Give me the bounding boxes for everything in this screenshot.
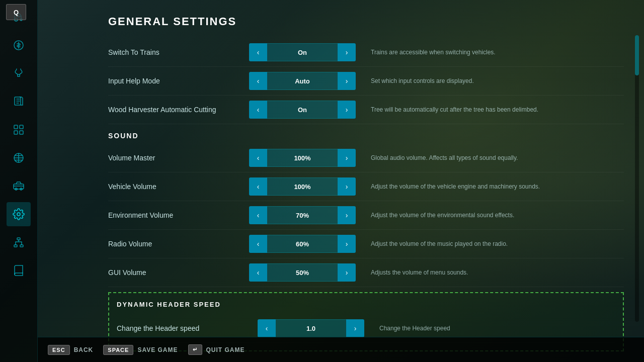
sidebar-item-map[interactable]: [7, 146, 31, 170]
volume-master-description: Global audio volume. Affects all types o…: [371, 154, 624, 161]
input-help-mode-next-button[interactable]: ›: [338, 72, 356, 90]
setting-control-wood-harvester: ‹ On ›: [249, 101, 356, 119]
save-game-button[interactable]: SPACE SAVE GAME: [103, 345, 178, 355]
radio-volume-next-button[interactable]: ›: [338, 235, 356, 253]
setting-control-switch-to-trains: ‹ On ›: [249, 43, 356, 61]
vehicle-volume-next-button[interactable]: ›: [338, 177, 356, 196]
gui-volume-next-button[interactable]: ›: [338, 263, 356, 282]
input-help-mode-description: Set which input controls are displayed.: [371, 77, 624, 84]
main-content: GENERAL SETTINGS Switch To Trains ‹ On ›…: [38, 0, 644, 362]
setting-row-environment-volume: Environment Volume ‹ 70% › Adjust the vo…: [108, 201, 624, 230]
header-speed-next-button[interactable]: ›: [346, 319, 364, 337]
setting-label-radio-volume: Radio Volume: [108, 240, 249, 248]
sidebar-item-help[interactable]: [7, 258, 31, 283]
svg-point-12: [17, 213, 20, 216]
setting-control-gui-volume: ‹ 50% ›: [249, 263, 356, 282]
back-label: BACK: [74, 346, 94, 353]
sidebar-item-production[interactable]: [7, 118, 31, 142]
header-speed-value: 1.0: [276, 319, 346, 337]
setting-label-vehicle-volume: Vehicle Volume: [108, 183, 249, 191]
setting-row-switch-to-trains: Switch To Trains ‹ On › Trains are acces…: [108, 38, 624, 67]
setting-row-vehicle-volume: Vehicle Volume ‹ 100% › Adjust the volum…: [108, 172, 624, 201]
svg-rect-4: [14, 125, 18, 129]
switch-to-trains-next-button[interactable]: ›: [338, 43, 356, 61]
dynamic-section-title: DYNAMIC HEADER SPEED: [117, 301, 615, 308]
setting-row-volume-master: Volume Master ‹ 100% › Global audio volu…: [108, 144, 624, 172]
environment-volume-prev-button[interactable]: ‹: [249, 206, 267, 224]
setting-control-vehicle-volume: ‹ 100% ›: [249, 177, 356, 196]
setting-row-input-help-mode: Input Help Mode ‹ Auto › Set which input…: [108, 67, 624, 96]
bottom-bar: ESC BACK SPACE SAVE GAME ↵ QUIT GAME: [38, 337, 644, 362]
sidebar-item-settings[interactable]: [7, 202, 31, 226]
header-speed-description: Change the Header speed: [379, 325, 615, 332]
setting-row-radio-volume: Radio Volume ‹ 60% › Adjust the volume o…: [108, 230, 624, 258]
switch-to-trains-value: On: [267, 43, 338, 61]
vehicle-volume-description: Adjust the volume of the vehicle engine …: [371, 183, 624, 190]
wood-harvester-value: On: [267, 101, 338, 119]
setting-control-input-help-mode: ‹ Auto ›: [249, 72, 356, 90]
gui-volume-value: 50%: [267, 263, 338, 282]
setting-label-input-help-mode: Input Help Mode: [108, 77, 249, 85]
setting-label-volume-master: Volume Master: [108, 154, 249, 162]
svg-rect-7: [20, 131, 23, 134]
gui-volume-description: Adjusts the volume of menu sounds.: [371, 269, 624, 276]
vehicle-volume-prev-button[interactable]: ‹: [249, 177, 267, 196]
radio-volume-prev-button[interactable]: ‹: [249, 235, 267, 253]
settings-list: Switch To Trains ‹ On › Trains are acces…: [108, 38, 624, 351]
sidebar-item-contracts[interactable]: [7, 89, 31, 114]
volume-master-prev-button[interactable]: ‹: [249, 149, 267, 167]
switch-to-trains-prev-button[interactable]: ‹: [249, 43, 267, 61]
setting-control-header-speed: ‹ 1.0 ›: [258, 319, 364, 337]
svg-rect-5: [20, 125, 23, 129]
radio-volume-description: Adjust the volume of the music played on…: [371, 240, 624, 247]
setting-label-environment-volume: Environment Volume: [108, 211, 249, 219]
environment-volume-description: Adjust the volume of the environmental s…: [371, 212, 624, 219]
save-label: SAVE GAME: [137, 346, 178, 353]
setting-label-wood-harvester: Wood Harvester Automatic Cutting: [108, 106, 249, 114]
quit-label: QUIT GAME: [206, 346, 245, 353]
page-title: GENERAL SETTINGS: [108, 15, 624, 28]
sidebar: [0, 0, 38, 362]
wood-harvester-prev-button[interactable]: ‹: [249, 101, 267, 119]
input-help-mode-value: Auto: [267, 72, 338, 90]
back-key-badge: ESC: [48, 345, 70, 355]
volume-master-value: 100%: [267, 149, 338, 167]
radio-volume-value: 60%: [267, 235, 338, 253]
scrollbar-thumb[interactable]: [635, 35, 639, 75]
sidebar-item-network[interactable]: [7, 230, 31, 254]
environment-volume-next-button[interactable]: ›: [338, 206, 356, 224]
switch-to-trains-description: Trains are accessible when switching veh…: [371, 49, 624, 56]
setting-label-switch-to-trains: Switch To Trains: [108, 48, 249, 56]
setting-row-wood-harvester: Wood Harvester Automatic Cutting ‹ On › …: [108, 96, 624, 124]
setting-label-header-speed: Change the Header speed: [117, 324, 258, 332]
sidebar-item-finance[interactable]: [7, 33, 31, 57]
setting-control-radio-volume: ‹ 60% ›: [249, 235, 356, 253]
setting-control-volume-master: ‹ 100% ›: [249, 149, 356, 167]
back-button[interactable]: ESC BACK: [48, 345, 93, 355]
save-key-badge: SPACE: [103, 345, 133, 355]
sound-section-header: SOUND: [108, 124, 624, 144]
setting-control-environment-volume: ‹ 70% ›: [249, 206, 356, 224]
scrollbar-track[interactable]: [635, 35, 639, 322]
quit-key-badge: ↵: [188, 344, 202, 355]
gui-volume-prev-button[interactable]: ‹: [249, 263, 267, 282]
svg-rect-6: [14, 131, 18, 134]
header-speed-prev-button[interactable]: ‹: [258, 319, 276, 337]
setting-label-gui-volume: GUI Volume: [108, 268, 249, 277]
environment-volume-value: 70%: [267, 206, 338, 224]
sidebar-item-vehicles[interactable]: [7, 174, 31, 198]
vehicle-volume-value: 100%: [267, 177, 338, 196]
q-button[interactable]: Q: [6, 4, 26, 20]
volume-master-next-button[interactable]: ›: [338, 149, 356, 167]
wood-harvester-description: Tree will be automatically cut after the…: [371, 106, 624, 113]
quit-game-button[interactable]: ↵ QUIT GAME: [188, 344, 245, 355]
input-help-mode-prev-button[interactable]: ‹: [249, 72, 267, 90]
sidebar-item-animals[interactable]: [7, 61, 31, 85]
setting-row-gui-volume: GUI Volume ‹ 50% › Adjusts the volume of…: [108, 258, 624, 287]
wood-harvester-next-button[interactable]: ›: [338, 101, 356, 119]
